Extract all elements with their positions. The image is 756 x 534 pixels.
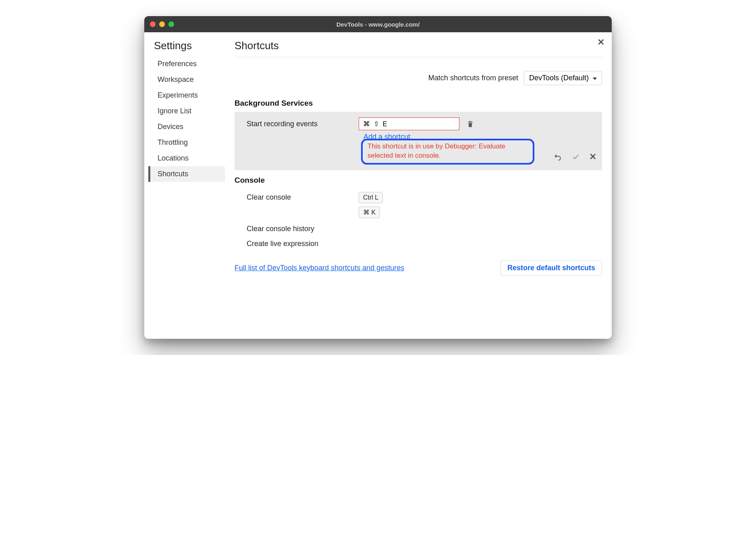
sidebar-item-experiments[interactable]: Experiments xyxy=(148,88,225,103)
sidebar-item-label: Ignore List xyxy=(158,107,191,115)
page-title: Shortcuts xyxy=(235,40,602,57)
sidebar-title: Settings xyxy=(148,40,225,56)
shortcut-input[interactable] xyxy=(359,117,459,130)
sidebar-item-preferences[interactable]: Preferences xyxy=(148,56,225,72)
undo-button[interactable] xyxy=(553,153,563,161)
key-badge: ⌘ K xyxy=(359,207,380,218)
shortcuts-panel: Shortcuts Match shortcuts from preset De… xyxy=(225,32,612,339)
section-title-console: Console xyxy=(235,176,602,185)
key-badge: Ctrl L xyxy=(359,192,383,203)
add-shortcut-link[interactable]: Add a shortcut xyxy=(363,133,410,141)
shortcut-row-clear-console[interactable]: Clear console Ctrl L xyxy=(235,189,602,207)
sidebar-item-devices[interactable]: Devices xyxy=(148,119,225,135)
sidebar-item-label: Experiments xyxy=(158,91,198,99)
shortcut-row-create-live-expression[interactable]: Create live expression xyxy=(235,236,602,251)
cancel-edit-button[interactable]: ✕ xyxy=(589,152,596,162)
shortcut-action-label: Create live expression xyxy=(247,240,351,248)
sidebar-item-label: Throttling xyxy=(158,138,188,146)
undo-icon xyxy=(553,153,563,161)
preset-select-value: DevTools (Default) xyxy=(529,74,589,82)
console-section: Console Clear console Ctrl L ⌘ K Clear c… xyxy=(235,176,602,251)
window-title: DevTools - www.google.com/ xyxy=(144,21,612,28)
shortcuts-footer: Full list of DevTools keyboard shortcuts… xyxy=(235,260,602,277)
preset-label: Match shortcuts from preset xyxy=(428,74,518,82)
minimize-window-button[interactable] xyxy=(159,21,165,27)
sidebar-item-ignore-list[interactable]: Ignore List xyxy=(148,103,225,119)
sidebar-item-shortcuts[interactable]: Shortcuts xyxy=(148,166,225,182)
shortcut-edit-row: Start recording events xyxy=(247,117,596,130)
sidebar-item-locations[interactable]: Locations xyxy=(148,150,225,166)
shortcut-action-label: Clear console history xyxy=(247,225,351,233)
confirm-button[interactable] xyxy=(571,153,580,161)
full-shortcuts-list-link[interactable]: Full list of DevTools keyboard shortcuts… xyxy=(235,264,404,272)
close-window-button[interactable] xyxy=(150,21,156,27)
sidebar-item-label: Workspace xyxy=(158,75,194,83)
shortcut-action-label: Clear console xyxy=(247,193,351,202)
sidebar-item-throttling[interactable]: Throttling xyxy=(148,135,225,150)
trash-icon xyxy=(467,120,474,128)
shortcut-row-clear-console-history[interactable]: Clear console history xyxy=(235,221,602,236)
sidebar-item-label: Shortcuts xyxy=(158,170,188,178)
devtools-window: DevTools - www.google.com/ ✕ Settings Pr… xyxy=(144,16,612,339)
traffic-lights xyxy=(144,21,174,27)
error-highlight: This shortcut is in use by Debugger: Eva… xyxy=(361,139,534,165)
maximize-window-button[interactable] xyxy=(168,21,174,27)
restore-defaults-button[interactable]: Restore default shortcuts xyxy=(501,260,602,276)
shortcut-action-label: Start recording events xyxy=(247,120,351,128)
sidebar-item-workspace[interactable]: Workspace xyxy=(148,72,225,88)
preset-select[interactable]: DevTools (Default) xyxy=(524,71,602,85)
settings-content: ✕ Settings Preferences Workspace Experim… xyxy=(144,32,612,339)
settings-sidebar: Settings Preferences Workspace Experimen… xyxy=(144,32,225,339)
delete-shortcut-button[interactable] xyxy=(467,120,474,128)
sidebar-item-label: Locations xyxy=(158,154,189,162)
edit-actions: ✕ xyxy=(553,152,596,162)
shortcut-row-clear-console-alt: ⌘ K xyxy=(235,207,602,221)
sidebar-item-label: Devices xyxy=(158,123,183,131)
sidebar-item-label: Preferences xyxy=(158,60,197,68)
shortcut-editing-block: Start recording events Add a shortcut Th… xyxy=(235,112,602,170)
section-title-background-services: Background Services xyxy=(235,99,602,108)
window-titlebar: DevTools - www.google.com/ xyxy=(144,16,612,32)
checkmark-icon xyxy=(571,153,580,161)
preset-row: Match shortcuts from preset DevTools (De… xyxy=(235,71,602,85)
shortcut-error-message: This shortcut is in use by Debugger: Eva… xyxy=(368,142,528,161)
